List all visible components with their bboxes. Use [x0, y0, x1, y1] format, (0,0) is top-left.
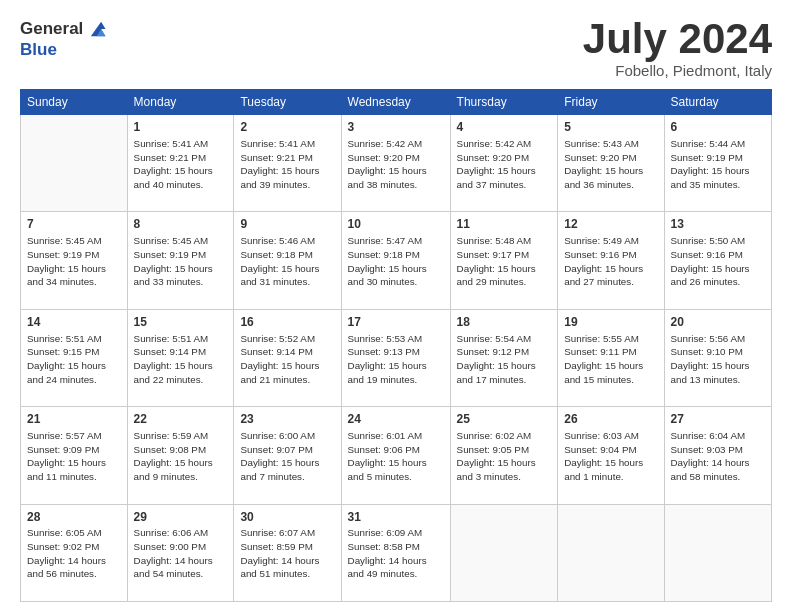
calendar-cell: 26Sunrise: 6:03 AM Sunset: 9:04 PM Dayli…: [558, 407, 664, 504]
calendar-cell: 29Sunrise: 6:06 AM Sunset: 9:00 PM Dayli…: [127, 504, 234, 601]
calendar-week-row: 1Sunrise: 5:41 AM Sunset: 9:21 PM Daylig…: [21, 115, 772, 212]
header-thursday: Thursday: [450, 90, 558, 115]
calendar-cell: 1Sunrise: 5:41 AM Sunset: 9:21 PM Daylig…: [127, 115, 234, 212]
title-block: July 2024 Fobello, Piedmont, Italy: [583, 18, 772, 79]
calendar-cell: 8Sunrise: 5:45 AM Sunset: 9:19 PM Daylig…: [127, 212, 234, 309]
calendar-cell: 14Sunrise: 5:51 AM Sunset: 9:15 PM Dayli…: [21, 309, 128, 406]
day-number: 10: [348, 216, 444, 233]
calendar-cell: 22Sunrise: 5:59 AM Sunset: 9:08 PM Dayli…: [127, 407, 234, 504]
day-info: Sunrise: 6:04 AM Sunset: 9:03 PM Dayligh…: [671, 429, 765, 484]
day-info: Sunrise: 5:47 AM Sunset: 9:18 PM Dayligh…: [348, 234, 444, 289]
day-number: 4: [457, 119, 552, 136]
calendar-cell: [664, 504, 771, 601]
day-number: 18: [457, 314, 552, 331]
day-info: Sunrise: 6:06 AM Sunset: 9:00 PM Dayligh…: [134, 526, 228, 581]
day-number: 13: [671, 216, 765, 233]
day-info: Sunrise: 5:54 AM Sunset: 9:12 PM Dayligh…: [457, 332, 552, 387]
logo-general: General: [20, 19, 83, 39]
calendar-week-row: 21Sunrise: 5:57 AM Sunset: 9:09 PM Dayli…: [21, 407, 772, 504]
day-info: Sunrise: 5:48 AM Sunset: 9:17 PM Dayligh…: [457, 234, 552, 289]
day-number: 2: [240, 119, 334, 136]
calendar-cell: 6Sunrise: 5:44 AM Sunset: 9:19 PM Daylig…: [664, 115, 771, 212]
day-number: 30: [240, 509, 334, 526]
calendar-cell: 4Sunrise: 5:42 AM Sunset: 9:20 PM Daylig…: [450, 115, 558, 212]
logo: General Blue: [20, 18, 107, 60]
calendar-table: Sunday Monday Tuesday Wednesday Thursday…: [20, 89, 772, 602]
calendar-week-row: 14Sunrise: 5:51 AM Sunset: 9:15 PM Dayli…: [21, 309, 772, 406]
calendar-cell: 13Sunrise: 5:50 AM Sunset: 9:16 PM Dayli…: [664, 212, 771, 309]
day-info: Sunrise: 5:52 AM Sunset: 9:14 PM Dayligh…: [240, 332, 334, 387]
day-info: Sunrise: 5:50 AM Sunset: 9:16 PM Dayligh…: [671, 234, 765, 289]
day-info: Sunrise: 6:01 AM Sunset: 9:06 PM Dayligh…: [348, 429, 444, 484]
day-number: 20: [671, 314, 765, 331]
day-info: Sunrise: 5:55 AM Sunset: 9:11 PM Dayligh…: [564, 332, 657, 387]
calendar-cell: 25Sunrise: 6:02 AM Sunset: 9:05 PM Dayli…: [450, 407, 558, 504]
day-number: 24: [348, 411, 444, 428]
day-info: Sunrise: 5:45 AM Sunset: 9:19 PM Dayligh…: [27, 234, 121, 289]
day-info: Sunrise: 6:02 AM Sunset: 9:05 PM Dayligh…: [457, 429, 552, 484]
calendar-cell: 12Sunrise: 5:49 AM Sunset: 9:16 PM Dayli…: [558, 212, 664, 309]
day-number: 26: [564, 411, 657, 428]
day-number: 25: [457, 411, 552, 428]
calendar-cell: [21, 115, 128, 212]
day-number: 28: [27, 509, 121, 526]
calendar-cell: 27Sunrise: 6:04 AM Sunset: 9:03 PM Dayli…: [664, 407, 771, 504]
day-number: 22: [134, 411, 228, 428]
day-info: Sunrise: 5:46 AM Sunset: 9:18 PM Dayligh…: [240, 234, 334, 289]
calendar-cell: 11Sunrise: 5:48 AM Sunset: 9:17 PM Dayli…: [450, 212, 558, 309]
calendar-cell: 23Sunrise: 6:00 AM Sunset: 9:07 PM Dayli…: [234, 407, 341, 504]
calendar-week-row: 7Sunrise: 5:45 AM Sunset: 9:19 PM Daylig…: [21, 212, 772, 309]
day-number: 31: [348, 509, 444, 526]
calendar-cell: 2Sunrise: 5:41 AM Sunset: 9:21 PM Daylig…: [234, 115, 341, 212]
day-info: Sunrise: 5:41 AM Sunset: 9:21 PM Dayligh…: [134, 137, 228, 192]
calendar-cell: 3Sunrise: 5:42 AM Sunset: 9:20 PM Daylig…: [341, 115, 450, 212]
day-info: Sunrise: 6:03 AM Sunset: 9:04 PM Dayligh…: [564, 429, 657, 484]
header-sunday: Sunday: [21, 90, 128, 115]
calendar-cell: 28Sunrise: 6:05 AM Sunset: 9:02 PM Dayli…: [21, 504, 128, 601]
day-info: Sunrise: 5:42 AM Sunset: 9:20 PM Dayligh…: [457, 137, 552, 192]
calendar-cell: 10Sunrise: 5:47 AM Sunset: 9:18 PM Dayli…: [341, 212, 450, 309]
day-number: 15: [134, 314, 228, 331]
calendar-cell: 19Sunrise: 5:55 AM Sunset: 9:11 PM Dayli…: [558, 309, 664, 406]
day-info: Sunrise: 5:45 AM Sunset: 9:19 PM Dayligh…: [134, 234, 228, 289]
day-number: 27: [671, 411, 765, 428]
day-number: 14: [27, 314, 121, 331]
day-number: 8: [134, 216, 228, 233]
calendar-cell: 7Sunrise: 5:45 AM Sunset: 9:19 PM Daylig…: [21, 212, 128, 309]
day-number: 19: [564, 314, 657, 331]
day-info: Sunrise: 5:49 AM Sunset: 9:16 PM Dayligh…: [564, 234, 657, 289]
calendar-cell: 9Sunrise: 5:46 AM Sunset: 9:18 PM Daylig…: [234, 212, 341, 309]
calendar-header-row: Sunday Monday Tuesday Wednesday Thursday…: [21, 90, 772, 115]
calendar-cell: 20Sunrise: 5:56 AM Sunset: 9:10 PM Dayli…: [664, 309, 771, 406]
calendar-cell: 24Sunrise: 6:01 AM Sunset: 9:06 PM Dayli…: [341, 407, 450, 504]
day-number: 7: [27, 216, 121, 233]
day-info: Sunrise: 6:00 AM Sunset: 9:07 PM Dayligh…: [240, 429, 334, 484]
logo-blue: Blue: [20, 40, 57, 60]
month-title: July 2024: [583, 18, 772, 60]
day-number: 16: [240, 314, 334, 331]
logo-icon: [85, 18, 107, 40]
location-subtitle: Fobello, Piedmont, Italy: [583, 62, 772, 79]
calendar-cell: 16Sunrise: 5:52 AM Sunset: 9:14 PM Dayli…: [234, 309, 341, 406]
day-number: 23: [240, 411, 334, 428]
header-saturday: Saturday: [664, 90, 771, 115]
day-info: Sunrise: 5:56 AM Sunset: 9:10 PM Dayligh…: [671, 332, 765, 387]
day-number: 12: [564, 216, 657, 233]
header-tuesday: Tuesday: [234, 90, 341, 115]
calendar-cell: 31Sunrise: 6:09 AM Sunset: 8:58 PM Dayli…: [341, 504, 450, 601]
calendar-cell: 15Sunrise: 5:51 AM Sunset: 9:14 PM Dayli…: [127, 309, 234, 406]
day-info: Sunrise: 6:09 AM Sunset: 8:58 PM Dayligh…: [348, 526, 444, 581]
calendar-week-row: 28Sunrise: 6:05 AM Sunset: 9:02 PM Dayli…: [21, 504, 772, 601]
day-number: 9: [240, 216, 334, 233]
calendar-cell: 18Sunrise: 5:54 AM Sunset: 9:12 PM Dayli…: [450, 309, 558, 406]
day-number: 29: [134, 509, 228, 526]
day-number: 6: [671, 119, 765, 136]
calendar-cell: 17Sunrise: 5:53 AM Sunset: 9:13 PM Dayli…: [341, 309, 450, 406]
header-monday: Monday: [127, 90, 234, 115]
day-info: Sunrise: 5:42 AM Sunset: 9:20 PM Dayligh…: [348, 137, 444, 192]
day-info: Sunrise: 5:41 AM Sunset: 9:21 PM Dayligh…: [240, 137, 334, 192]
day-info: Sunrise: 5:51 AM Sunset: 9:14 PM Dayligh…: [134, 332, 228, 387]
day-number: 3: [348, 119, 444, 136]
day-info: Sunrise: 5:43 AM Sunset: 9:20 PM Dayligh…: [564, 137, 657, 192]
calendar-cell: [450, 504, 558, 601]
